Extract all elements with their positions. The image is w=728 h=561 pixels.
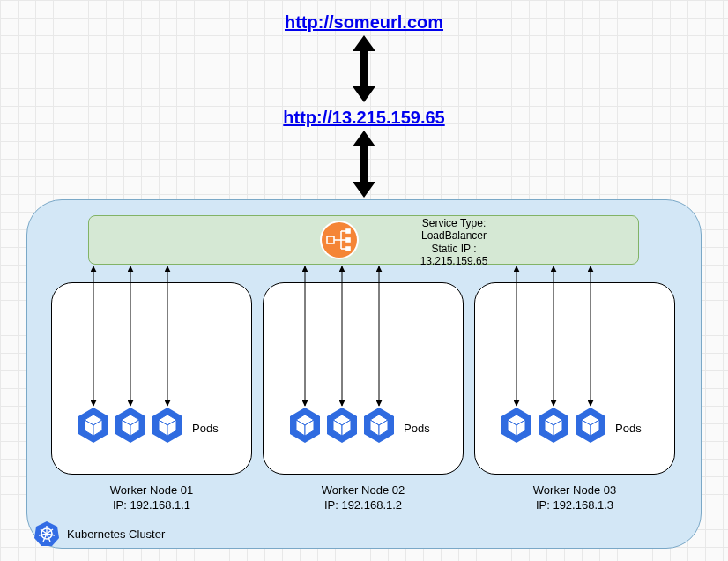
node-ip: IP: 192.168.1.3: [474, 498, 675, 513]
pod-icon: [324, 406, 360, 445]
connection-arrows: [0, 0, 728, 561]
node-ip: IP: 192.168.1.2: [263, 498, 464, 513]
pod-icon: [536, 406, 571, 445]
pod-group: [287, 406, 397, 445]
pod-group: [76, 406, 185, 445]
node-caption: Worker Node 03 IP: 192.168.1.3: [474, 483, 675, 513]
pod-icon: [150, 406, 185, 445]
node-name: Worker Node 02: [263, 483, 464, 498]
pods-label: Pods: [192, 422, 219, 435]
pod-icon: [499, 406, 534, 445]
pod-group: [499, 406, 608, 445]
node-name: Worker Node 01: [51, 483, 252, 498]
pod-icon: [287, 406, 323, 445]
node-name: Worker Node 03: [474, 483, 675, 498]
node-caption: Worker Node 01 IP: 192.168.1.1: [51, 483, 252, 513]
kubernetes-logo-icon: [33, 520, 60, 547]
pods-label: Pods: [404, 422, 430, 435]
pod-icon: [113, 406, 148, 445]
cluster-label: Kubernetes Cluster: [67, 527, 165, 541]
pod-icon: [76, 406, 111, 445]
pod-icon: [573, 406, 608, 445]
pod-icon: [361, 406, 397, 445]
node-ip: IP: 192.168.1.1: [51, 498, 252, 513]
node-caption: Worker Node 02 IP: 192.168.1.2: [263, 483, 464, 513]
pods-label: Pods: [615, 422, 642, 435]
